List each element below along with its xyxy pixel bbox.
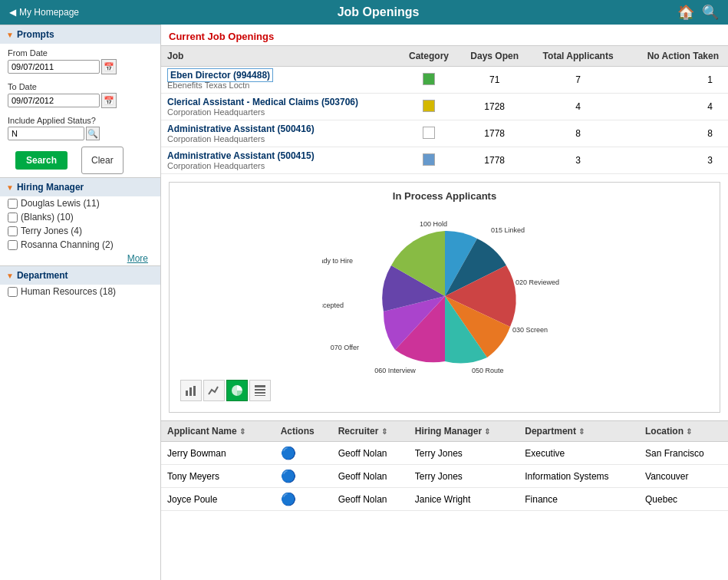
label-070-offer: 070 Offer bbox=[330, 344, 358, 351]
include-applied-search-icon[interactable]: 🔍 bbox=[86, 127, 100, 140]
department: Executive bbox=[519, 442, 639, 465]
clear-button[interactable]: Clear bbox=[81, 147, 124, 174]
from-date-input[interactable] bbox=[8, 60, 100, 74]
table-row: Administrative Assistant (500415) Corpor… bbox=[161, 147, 728, 174]
hm-checkbox-2[interactable] bbox=[8, 226, 18, 236]
department-label: Department bbox=[17, 270, 68, 281]
from-date-calendar-icon[interactable]: 📅 bbox=[101, 59, 117, 74]
dept-name-0: Human Resources (18) bbox=[21, 286, 116, 297]
no-action-cell: 8 bbox=[627, 120, 728, 147]
action-cell: 🔵 bbox=[275, 488, 332, 511]
job-link[interactable]: Clerical Assistant - Medical Claims (503… bbox=[167, 97, 358, 107]
hiring-manager: Terry Jones bbox=[409, 442, 519, 465]
no-action-cell: 1 bbox=[627, 67, 728, 94]
job-link[interactable]: Administrative Assistant (500415) bbox=[167, 150, 315, 161]
job-location: Corporation Headquarters bbox=[167, 134, 392, 143]
total-applicants-cell: 8 bbox=[530, 120, 627, 147]
search-button[interactable]: Search bbox=[15, 151, 68, 170]
job-name-cell: Clerical Assistant - Medical Claims (503… bbox=[161, 94, 398, 120]
chart-toolbar bbox=[177, 377, 712, 404]
hiring-manager-more-link[interactable]: More bbox=[0, 252, 160, 265]
department-section-header[interactable]: ▼ Department bbox=[0, 265, 160, 285]
prompts-label: Prompts bbox=[17, 29, 54, 40]
col-department: Department ⇕ bbox=[519, 421, 639, 442]
include-applied-label: Include Applied Status? bbox=[8, 116, 153, 125]
to-date-input[interactable] bbox=[8, 94, 100, 107]
action-icon[interactable]: 🔵 bbox=[281, 447, 296, 460]
category-icon bbox=[423, 100, 435, 112]
total-applicants-cell: 3 bbox=[530, 147, 627, 174]
line-chart-button[interactable] bbox=[203, 380, 225, 401]
col-total-applicants: Total Applicants bbox=[530, 46, 627, 67]
days-open-cell: 1778 bbox=[460, 147, 530, 174]
section-title: Current Job Openings bbox=[161, 25, 728, 45]
sort-icon: ⇕ bbox=[484, 427, 490, 436]
sort-icon: ⇕ bbox=[578, 427, 585, 436]
prompts-section-header[interactable]: ▼ Prompts bbox=[0, 25, 160, 44]
category-cell bbox=[398, 94, 459, 120]
category-cell bbox=[398, 67, 459, 94]
recruiter: Geoff Nolan bbox=[332, 488, 409, 511]
applicant-name: Jerry Bowman bbox=[161, 442, 275, 465]
job-name-cell: Administrative Assistant (500415) Corpor… bbox=[161, 147, 398, 174]
action-icon[interactable]: 🔵 bbox=[281, 470, 296, 483]
table-row: Tony Meyers 🔵 Geoff Nolan Terry Jones In… bbox=[161, 465, 728, 488]
label-015-linked: 015 Linked bbox=[491, 226, 525, 234]
svg-rect-3 bbox=[255, 385, 265, 387]
svg-rect-4 bbox=[255, 389, 265, 391]
pie-chart: 100 Hold 015 Linked 020 Reviewed 030 Scr… bbox=[322, 208, 568, 377]
department-arrow: ▼ bbox=[6, 272, 14, 280]
total-applicants-cell: 7 bbox=[530, 67, 627, 94]
home-label[interactable]: My Homepage bbox=[19, 7, 79, 18]
hm-checkbox-0[interactable] bbox=[8, 199, 18, 209]
dept-item-0: Human Resources (18) bbox=[0, 285, 160, 298]
table-chart-button[interactable] bbox=[249, 380, 271, 401]
svg-rect-5 bbox=[255, 392, 265, 394]
label-080-ready: 080 Ready to Hire bbox=[322, 257, 353, 265]
pie-chart-button[interactable] bbox=[226, 380, 248, 401]
table-row: Eben Director (994488) Ebenefits Texas L… bbox=[161, 67, 728, 94]
hiring-manager: Janice Wright bbox=[409, 488, 519, 511]
no-action-cell: 4 bbox=[627, 94, 728, 120]
hiring-manager-label: Hiring Manager bbox=[17, 182, 84, 193]
svg-rect-6 bbox=[255, 395, 265, 396]
label-020-reviewed: 020 Reviewed bbox=[516, 278, 559, 286]
hm-name-2: Terry Jones (4) bbox=[21, 226, 82, 236]
home-nav[interactable]: ◀ My Homepage bbox=[9, 7, 79, 18]
bar-chart-button[interactable] bbox=[180, 380, 202, 401]
hiring-manager-section-header[interactable]: ▼ Hiring Manager bbox=[0, 177, 160, 196]
line-icon bbox=[208, 384, 220, 397]
home-icon: ◀ bbox=[9, 7, 16, 18]
job-link[interactable]: Eben Director (994488) bbox=[170, 70, 270, 81]
recruiter: Geoff Nolan bbox=[332, 465, 409, 488]
hm-checkbox-1[interactable] bbox=[8, 213, 18, 222]
main-container: ▼ Prompts From Date 📅 To Date 📅 Include … bbox=[0, 25, 728, 580]
job-link[interactable]: Administrative Assistant (500416) bbox=[167, 124, 315, 134]
hiring-manager-arrow: ▼ bbox=[6, 183, 14, 192]
category-icon bbox=[423, 127, 435, 139]
form-buttons: Search Clear bbox=[0, 143, 160, 177]
hm-name-3: Rosanna Channing (2) bbox=[21, 239, 114, 250]
applicants-table: Applicant Name ⇕ Actions Recruiter ⇕ Hir… bbox=[161, 420, 728, 511]
category-cell bbox=[398, 147, 459, 174]
home-icon[interactable]: 🏠 bbox=[677, 4, 694, 21]
chart-title: In Process Applicants bbox=[177, 190, 712, 202]
category-icon bbox=[423, 153, 435, 166]
header: ◀ My Homepage Job Openings 🏠 🔍 bbox=[0, 0, 728, 25]
action-icon[interactable]: 🔵 bbox=[281, 493, 296, 506]
dept-checkbox-0[interactable] bbox=[8, 287, 18, 297]
to-date-label: To Date bbox=[8, 82, 153, 91]
include-applied-input[interactable] bbox=[8, 127, 84, 140]
days-open-cell: 1728 bbox=[460, 94, 530, 120]
prompts-arrow: ▼ bbox=[6, 31, 14, 39]
job-location: Ebenefits Texas Loctn bbox=[167, 81, 392, 90]
to-date-calendar-icon[interactable]: 📅 bbox=[101, 93, 117, 108]
sort-icon: ⇕ bbox=[239, 427, 245, 436]
label-071-offer-accepted: 071 Offer Accepted bbox=[322, 302, 344, 309]
search-icon[interactable]: 🔍 bbox=[702, 4, 719, 21]
label-030-screen: 030 Screen bbox=[512, 326, 548, 334]
hiring-manager: Terry Jones bbox=[409, 465, 519, 488]
hm-checkbox-3[interactable] bbox=[8, 240, 18, 250]
job-name-cell: Administrative Assistant (500416) Corpor… bbox=[161, 120, 398, 147]
days-open-cell: 71 bbox=[460, 67, 530, 94]
